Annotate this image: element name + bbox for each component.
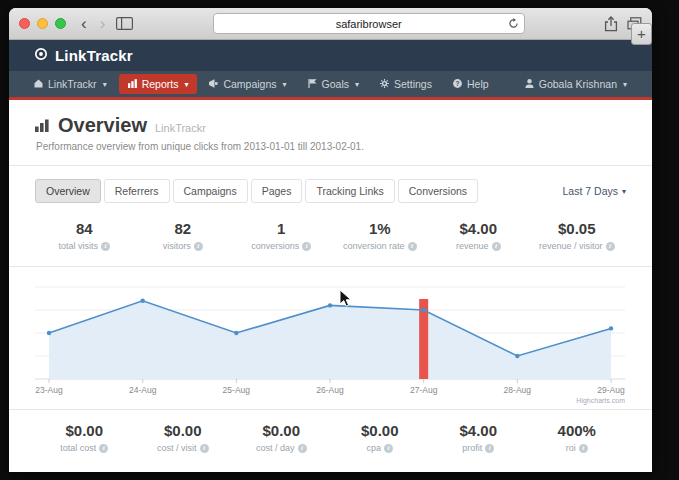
info-icon[interactable]: i xyxy=(492,242,501,251)
info-icon[interactable]: i xyxy=(99,444,108,453)
mouse-cursor xyxy=(339,289,352,312)
info-icon[interactable]: i xyxy=(408,242,417,251)
info-icon[interactable]: i xyxy=(384,444,393,453)
date-range-label: Last 7 Days xyxy=(563,185,618,197)
minimize-window-button[interactable] xyxy=(37,18,48,29)
stat-label: visitors xyxy=(163,241,191,251)
stat-label: revenue / visitor xyxy=(539,241,603,251)
stat-revenue-visitor: $0.05revenue / visitori xyxy=(528,220,627,251)
traffic-chart-svg: 23-Aug24-Aug25-Aug26-Aug27-Aug28-Aug29-A… xyxy=(35,279,625,407)
nav-item-settings[interactable]: Settings xyxy=(371,74,441,94)
stat-label: conversion rate xyxy=(343,241,405,251)
stat-label: profit xyxy=(462,443,482,453)
stat-value: $0.00 xyxy=(331,422,430,439)
stat-value: $0.00 xyxy=(35,422,134,439)
user-icon xyxy=(525,78,534,90)
nav-item-campaigns[interactable]: Campaigns ▾ xyxy=(200,74,295,94)
date-range-dropdown[interactable]: Last 7 Days ▾ xyxy=(563,185,626,197)
help-icon: ? xyxy=(453,78,462,90)
campaigns-icon xyxy=(209,78,218,90)
user-name: Gobala Krishnan xyxy=(539,78,617,90)
forward-button[interactable]: › xyxy=(98,15,108,32)
stat-label: total cost xyxy=(60,443,96,453)
info-icon[interactable]: i xyxy=(485,444,494,453)
info-icon[interactable]: i xyxy=(298,444,307,453)
stat-label: total visits xyxy=(58,241,98,251)
chevron-down-icon: ▾ xyxy=(103,80,107,89)
main-navigation: LinkTrackr ▾ Reports ▾ Campaigns ▾ Goals… xyxy=(9,71,652,100)
stat-value: 1 xyxy=(232,220,331,237)
chevron-down-icon: ▾ xyxy=(283,80,287,89)
nav-item-reports[interactable]: Reports ▾ xyxy=(119,74,198,94)
svg-text:24-Aug: 24-Aug xyxy=(129,385,157,395)
stat-total-cost: $0.00total costi xyxy=(35,422,134,453)
stat-label: cost / visit xyxy=(157,443,197,453)
svg-text:28-Aug: 28-Aug xyxy=(504,385,532,395)
stat-visitors: 82visitorsi xyxy=(134,220,233,251)
info-icon[interactable]: i xyxy=(606,242,615,251)
info-icon[interactable]: i xyxy=(194,242,203,251)
info-icon[interactable]: i xyxy=(200,444,209,453)
stat-label: conversions xyxy=(251,241,299,251)
nav-item-label: Settings xyxy=(394,78,432,90)
traffic-lights xyxy=(19,18,66,29)
svg-text:23-Aug: 23-Aug xyxy=(35,385,63,395)
back-button[interactable]: ‹ xyxy=(79,15,89,32)
tab-conversions[interactable]: Conversions xyxy=(398,179,478,203)
reports-icon xyxy=(128,78,137,90)
nav-item-label: Goals xyxy=(322,78,349,90)
nav-item-label: Campaigns xyxy=(223,78,276,90)
stat-value: 1% xyxy=(331,220,430,237)
stat-total-visits: 84total visitsi xyxy=(35,220,134,251)
page-subtitle: Performance overview from unique clicks … xyxy=(36,141,626,152)
stat-label: roi xyxy=(566,443,576,453)
nav-item-help[interactable]: ? Help xyxy=(444,74,498,94)
chevron-down-icon: ▾ xyxy=(623,80,627,89)
info-icon[interactable]: i xyxy=(101,242,110,251)
nav-item-label: LinkTrackr xyxy=(48,78,97,90)
goals-flag-icon xyxy=(308,78,317,90)
new-tab-button[interactable]: + xyxy=(631,23,652,45)
zoom-window-button[interactable] xyxy=(55,18,66,29)
address-text: safaribrowser xyxy=(336,18,402,30)
info-icon[interactable]: i xyxy=(579,444,588,453)
tab-tracking-links[interactable]: Tracking Links xyxy=(305,179,394,203)
stat-label: cost / day xyxy=(256,443,295,453)
tab-overview[interactable]: Overview xyxy=(35,179,101,203)
svg-text:26-Aug: 26-Aug xyxy=(316,385,344,395)
tab-referrers[interactable]: Referrers xyxy=(104,179,170,203)
browser-toolbar: ‹ › safaribrowser xyxy=(9,8,652,40)
page-title: Overview xyxy=(58,114,147,137)
page-title-suffix: LinkTrackr xyxy=(155,122,206,134)
stats-row-top: 84total visitsi 82visitorsi 1conversions… xyxy=(35,220,626,251)
nav-item-label: Help xyxy=(467,78,489,90)
stat-conversions: 1conversionsi xyxy=(232,220,331,251)
address-bar[interactable]: safaribrowser xyxy=(213,13,525,34)
stat-value: $0.00 xyxy=(232,422,331,439)
stat-revenue: $4.00revenuei xyxy=(429,220,528,251)
tab-pages[interactable]: Pages xyxy=(251,179,303,203)
stat-roi: 400%roii xyxy=(528,422,627,453)
close-window-button[interactable] xyxy=(19,18,30,29)
share-icon[interactable] xyxy=(604,16,618,32)
user-menu[interactable]: Gobala Krishnan ▾ xyxy=(516,74,636,94)
stat-value: $4.00 xyxy=(429,220,528,237)
page-title-row: Overview LinkTrackr xyxy=(35,114,626,137)
info-icon[interactable]: i xyxy=(302,242,311,251)
nav-item-linktrackr[interactable]: LinkTrackr ▾ xyxy=(25,74,116,94)
svg-text:29-Aug: 29-Aug xyxy=(597,385,625,395)
reload-icon[interactable] xyxy=(508,18,519,31)
nav-item-goals[interactable]: Goals ▾ xyxy=(299,74,368,94)
stat-value: 400% xyxy=(528,422,627,439)
tab-campaigns[interactable]: Campaigns xyxy=(173,179,248,203)
linktrackr-logo-icon xyxy=(34,47,48,65)
sidebar-toggle-icon[interactable] xyxy=(116,17,133,30)
stat-cost-visit: $0.00cost / visiti xyxy=(134,422,233,453)
svg-text:27-Aug: 27-Aug xyxy=(410,385,438,395)
stats-row-bottom: $0.00total costi $0.00cost / visiti $0.0… xyxy=(35,422,626,453)
stat-cost-day: $0.00cost / dayi xyxy=(232,422,331,453)
traffic-chart[interactable]: 23-Aug24-Aug25-Aug26-Aug27-Aug28-Aug29-A… xyxy=(9,266,652,410)
app-logo-text[interactable]: LinkTrackr xyxy=(55,47,133,64)
chart-bars-icon xyxy=(35,118,50,136)
stat-value: $0.00 xyxy=(134,422,233,439)
